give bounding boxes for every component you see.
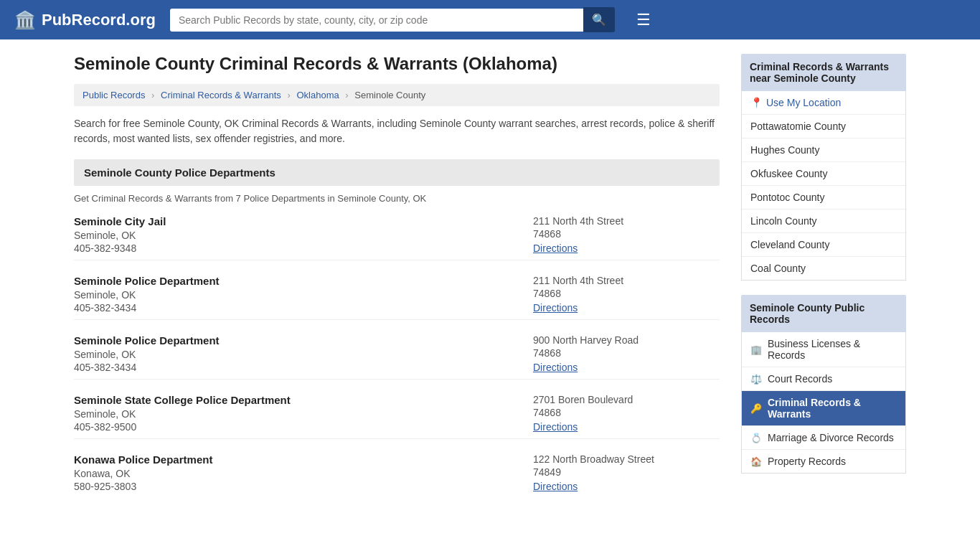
section-subtext: Get Criminal Records & Warrants from 7 P… <box>74 193 720 204</box>
record-icon: 🏠 <box>750 456 762 467</box>
directions-link[interactable]: Directions <box>533 362 578 373</box>
dept-city: Seminole, OK <box>74 230 533 241</box>
main-column: Seminole County Criminal Records & Warra… <box>74 54 720 512</box>
dept-address-block: 2701 Boren Boulevard 74868 Directions <box>533 394 720 433</box>
dept-name: Seminole State College Police Department <box>74 394 533 406</box>
dept-city: Seminole, OK <box>74 289 533 301</box>
nearby-county-item[interactable]: Hughes County <box>742 138 905 162</box>
nearby-county-link[interactable]: Lincoln County <box>750 215 817 227</box>
header: 🏛️ PubRecord.org 🔍 ☰ <box>0 0 980 39</box>
dept-city: Seminole, OK <box>74 408 533 420</box>
public-record-link[interactable]: Criminal Records & Warrants <box>768 397 897 420</box>
page-content: Seminole County Criminal Records & Warra… <box>60 39 920 527</box>
dept-info: Seminole Police Department Seminole, OK … <box>74 275 533 314</box>
directions-link[interactable]: Directions <box>533 421 578 433</box>
directions-link[interactable]: Directions <box>533 242 578 254</box>
dept-phone: 405-382-9348 <box>74 242 533 254</box>
nearby-county-item[interactable]: Lincoln County <box>742 209 905 233</box>
logo-icon: 🏛️ <box>14 10 36 30</box>
use-location[interactable]: 📍 Use My Location <box>742 91 905 115</box>
dept-zip: 74849 <box>533 466 720 478</box>
dept-name: Konawa Police Department <box>74 453 533 466</box>
public-record-link[interactable]: Marriage & Divorce Records <box>768 432 894 443</box>
use-location-label: Use My Location <box>766 97 841 108</box>
breadcrumb-criminal-records[interactable]: Criminal Records & Warrants <box>161 90 281 100</box>
dept-address-block: 122 North Broadway Street 74849 Directio… <box>533 453 720 492</box>
nearby-county-link[interactable]: Pottawatomie County <box>750 121 846 132</box>
nearby-box: Criminal Records & Warrants near Seminol… <box>741 54 906 281</box>
site-logo[interactable]: 🏛️ PubRecord.org <box>14 10 156 30</box>
location-icon: 📍 <box>750 97 763 108</box>
public-records-list: 🏢 Business Licenses & Records ⚖️ Court R… <box>741 332 906 474</box>
nearby-county-item[interactable]: Pottawatomie County <box>742 115 905 138</box>
department-entry: Seminole Police Department Seminole, OK … <box>74 334 720 380</box>
logo-text: PubRecord.org <box>42 11 156 29</box>
page-title: Seminole County Criminal Records & Warra… <box>74 54 720 74</box>
nearby-county-item[interactable]: Cleveland County <box>742 233 905 257</box>
dept-info: Seminole City Jail Seminole, OK 405-382-… <box>74 215 533 254</box>
department-entry: Seminole City Jail Seminole, OK 405-382-… <box>74 215 720 260</box>
search-bar: 🔍 <box>170 7 615 32</box>
nearby-county-item[interactable]: Pontotoc County <box>742 186 905 209</box>
breadcrumb: Public Records › Criminal Records & Warr… <box>74 84 720 106</box>
nearby-county-link[interactable]: Pontotoc County <box>750 192 825 203</box>
public-record-link[interactable]: Court Records <box>768 373 832 385</box>
sidebar: Criminal Records & Warrants near Seminol… <box>741 54 906 512</box>
nearby-county-item[interactable]: Coal County <box>742 257 905 280</box>
dept-zip: 74868 <box>533 347 720 359</box>
dept-zip: 74868 <box>533 228 720 240</box>
dept-info: Seminole Police Department Seminole, OK … <box>74 334 533 373</box>
nearby-county-item[interactable]: Okfuskee County <box>742 162 905 186</box>
public-record-item[interactable]: ⚖️ Court Records <box>742 367 905 391</box>
nearby-county-link[interactable]: Cleveland County <box>750 239 830 250</box>
record-icon: 🏢 <box>750 344 762 355</box>
nearby-list: 📍 Use My Location Pottawatomie CountyHug… <box>741 91 906 281</box>
breadcrumb-current: Seminole County <box>354 90 425 100</box>
dept-address: 122 North Broadway Street <box>533 453 720 465</box>
dept-address: 900 North Harvey Road <box>533 334 720 346</box>
dept-phone: 405-382-9500 <box>74 421 533 433</box>
dept-city: Konawa, OK <box>74 468 533 479</box>
dept-address: 211 North 4th Street <box>533 215 720 227</box>
search-input[interactable] <box>170 9 583 32</box>
dept-info: Konawa Police Department Konawa, OK 580-… <box>74 453 533 492</box>
public-record-link[interactable]: Property Records <box>768 456 846 467</box>
page-description: Search for free Seminole County, OK Crim… <box>74 116 720 146</box>
breadcrumb-public-records[interactable]: Public Records <box>83 90 145 100</box>
dept-phone: 405-382-3434 <box>74 302 533 314</box>
breadcrumb-oklahoma[interactable]: Oklahoma <box>296 90 339 100</box>
public-record-item[interactable]: 🔑 Criminal Records & Warrants <box>742 391 905 426</box>
dept-address: 2701 Boren Boulevard <box>533 394 720 405</box>
public-record-item[interactable]: 💍 Marriage & Divorce Records <box>742 426 905 450</box>
dept-zip: 74868 <box>533 407 720 418</box>
public-record-item[interactable]: 🏢 Business Licenses & Records <box>742 332 905 367</box>
dept-phone: 580-925-3803 <box>74 481 533 492</box>
search-button[interactable]: 🔍 <box>583 7 615 32</box>
dept-address-block: 900 North Harvey Road 74868 Directions <box>533 334 720 373</box>
dept-name: Seminole Police Department <box>74 334 533 347</box>
dept-info: Seminole State College Police Department… <box>74 394 533 433</box>
nearby-county-link[interactable]: Hughes County <box>750 144 820 156</box>
record-icon: 🔑 <box>750 403 762 414</box>
dept-phone: 405-382-3434 <box>74 362 533 373</box>
dept-address-block: 211 North 4th Street 74868 Directions <box>533 275 720 314</box>
section-header: Seminole County Police Departments <box>74 159 720 186</box>
directions-link[interactable]: Directions <box>533 481 578 492</box>
dept-zip: 74868 <box>533 288 720 299</box>
public-record-link[interactable]: Business Licenses & Records <box>768 338 897 361</box>
nearby-county-link[interactable]: Okfuskee County <box>750 168 827 179</box>
record-icon: 💍 <box>750 433 762 443</box>
dept-city: Seminole, OK <box>74 349 533 360</box>
directions-link[interactable]: Directions <box>533 302 578 314</box>
menu-icon[interactable]: ☰ <box>636 11 651 29</box>
nearby-county-link[interactable]: Coal County <box>750 263 806 274</box>
record-icon: ⚖️ <box>750 374 762 385</box>
dept-name: Seminole Police Department <box>74 275 533 287</box>
dept-address: 211 North 4th Street <box>533 275 720 286</box>
nearby-title: Criminal Records & Warrants near Seminol… <box>741 54 906 91</box>
public-record-item[interactable]: 🏠 Property Records <box>742 450 905 473</box>
department-entry: Seminole Police Department Seminole, OK … <box>74 275 720 320</box>
dept-name: Seminole City Jail <box>74 215 533 227</box>
department-entry: Konawa Police Department Konawa, OK 580-… <box>74 453 720 498</box>
department-list: Seminole City Jail Seminole, OK 405-382-… <box>74 215 720 498</box>
